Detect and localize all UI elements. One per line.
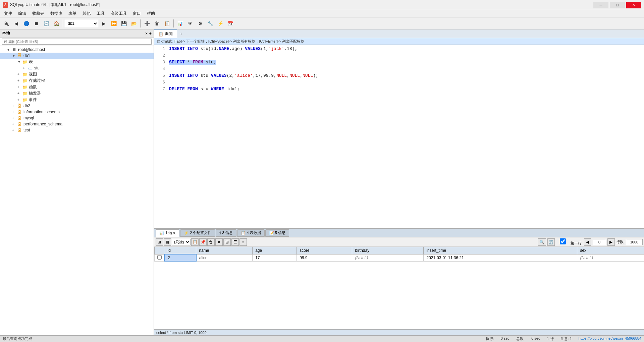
menu-item-高级工具[interactable]: 高级工具 <box>108 10 129 17</box>
tree-item-mysql[interactable]: + 🗄 mysql <box>0 115 154 121</box>
autocomplete-hint: 自动完成: [Tab]-> 下一个标签，[Ctrl+Space]-> 列出所有标… <box>154 38 644 45</box>
close-button[interactable]: ✕ <box>626 2 641 8</box>
result-tab-3[interactable]: ℹ 3 信息 <box>216 229 236 237</box>
tree-item-test[interactable]: + 🗄 test <box>0 127 154 133</box>
result-grid-btn[interactable]: ▦ <box>164 238 171 246</box>
sql-editor[interactable]: 1 INSERT INTO stu(id,NAME,age) VALUES(1,… <box>154 45 644 228</box>
cell-birthday[interactable]: (NULL) <box>352 254 424 261</box>
next-page-btn[interactable]: ▶ <box>607 238 615 246</box>
first-row-input[interactable] <box>593 239 606 245</box>
status-message: 最后查询成功完成 <box>3 336 32 341</box>
query-tab-1[interactable]: 📋 询问 <box>154 30 177 38</box>
col-header-insert-time[interactable]: insert_time <box>424 247 577 254</box>
status-right: 执行: 0 sec 总数: 0 sec 1 行 注意: 1 https://bl… <box>486 336 641 341</box>
menu-item-帮助[interactable]: 帮助 <box>144 10 158 17</box>
tree-item-views[interactable]: + 📁 视图 <box>0 71 154 77</box>
window-title: SQLyog Ultimate 64 - [本地/db1 - root@loca… <box>10 2 100 8</box>
row-checkbox[interactable] <box>157 255 162 260</box>
tree-item-procs[interactable]: + 📁 存储过程 <box>0 77 154 84</box>
toolbar-proc[interactable]: ⚙ <box>196 19 205 28</box>
prev-page-btn[interactable]: ◀ <box>584 238 591 246</box>
tree-item-events[interactable]: + 📁 事件 <box>0 97 154 103</box>
col-header-sex[interactable]: sex <box>577 247 644 254</box>
toolbar: 🔌 ◀ 🔵 ⏹ 🔄 🏠 db1 ▶ ⏩ 💾 📂 ➕ 🗑 📋 📊 👁 ⚙ 🔧 ⚡ … <box>0 17 644 30</box>
db-selector[interactable]: db1 <box>65 20 98 27</box>
result-tab-5[interactable]: 📝 5 信息 <box>265 229 289 237</box>
toolbar-forward[interactable]: 🔵 <box>21 19 31 28</box>
menu-item-窗口[interactable]: 窗口 <box>130 10 144 17</box>
cell-name[interactable]: alice <box>196 254 253 261</box>
tree-item-perf-schema[interactable]: + 🗄 performance_schema <box>0 121 154 127</box>
tree-item-db1[interactable]: ▼ 🗄 db1 <box>0 53 154 59</box>
col-header-name[interactable]: name <box>196 247 253 254</box>
tree-item-db2[interactable]: + 🗄 db2 <box>0 103 154 109</box>
tree-item-triggers[interactable]: + 📁 触发器 <box>0 90 154 97</box>
toolbar-save[interactable]: 💾 <box>119 19 128 28</box>
add-query-tab-btn[interactable]: + <box>177 31 185 37</box>
toolbar-trigger[interactable]: ⚡ <box>216 19 225 28</box>
result-clear-btn[interactable]: ✕ <box>215 238 223 246</box>
menu-item-工具[interactable]: 工具 <box>94 10 107 17</box>
result-first-btn[interactable]: ⊞ <box>156 238 163 246</box>
tree-label-db2: db2 <box>23 104 30 108</box>
menu-item-收藏夹[interactable]: 收藏夹 <box>30 10 47 17</box>
result-paste-btn[interactable]: 📌 <box>199 238 207 246</box>
filter-input[interactable] <box>2 39 152 45</box>
cell-id[interactable]: 2 <box>165 254 196 261</box>
menu-item-数据库[interactable]: 数据库 <box>48 10 65 17</box>
result-tab-2[interactable]: ⚡ 2 个配置文件 <box>180 229 215 237</box>
cell-insert-time[interactable]: 2021-03-01 11:36:21 <box>424 254 577 261</box>
result-copy-btn[interactable]: 📋 <box>191 238 199 246</box>
cell-age[interactable]: 17 <box>253 254 297 261</box>
cell-sex[interactable]: (NULL) <box>577 254 644 261</box>
toolbar-open[interactable]: 📂 <box>129 19 139 28</box>
rows-input[interactable] <box>626 239 643 245</box>
minimize-button[interactable]: ─ <box>593 2 608 8</box>
result-tab-4[interactable]: 📋 4 表数据 <box>237 229 265 237</box>
limit-checkbox[interactable] <box>556 238 570 244</box>
sidebar-close-btn[interactable]: × <box>145 31 148 36</box>
menu-item-表单[interactable]: 表单 <box>66 10 79 17</box>
refresh-btn[interactable]: 🔄 <box>547 238 555 246</box>
toolbar-new-connection[interactable]: 🔌 <box>1 19 11 28</box>
result-table-view-btn[interactable]: ⊞ <box>223 238 231 246</box>
tree-item-info-schema[interactable]: + 🗄 information_schema <box>0 109 154 115</box>
maximize-button[interactable]: □ <box>610 2 625 8</box>
cell-score[interactable]: 99.9 <box>297 254 352 261</box>
toolbar-delete[interactable]: 🗑 <box>152 19 162 28</box>
result-mode-select[interactable]: (只读) <box>172 239 191 245</box>
menu-item-文件[interactable]: 文件 <box>1 10 15 17</box>
toolbar-home[interactable]: 🏠 <box>52 19 61 28</box>
toolbar-insert[interactable]: ➕ <box>142 19 152 28</box>
filter-btn[interactable]: 🔍 <box>538 238 546 246</box>
row-checkbox-cell <box>155 254 165 261</box>
tree-item-stu[interactable]: + 🗃 stu <box>0 65 154 71</box>
toolbar-stop[interactable]: ⏹ <box>32 19 41 28</box>
toolbar-copy[interactable]: 📋 <box>162 19 172 28</box>
result-tab-1[interactable]: 📊 1 结果 <box>156 229 179 237</box>
col-header-birthday[interactable]: birthday <box>352 247 424 254</box>
col-header-score[interactable]: score <box>297 247 352 254</box>
menu-bar: 文件编辑收藏夹数据库表单其他工具高级工具窗口帮助 <box>0 10 644 17</box>
toolbar-func[interactable]: 🔧 <box>206 19 215 28</box>
toolbar-execute[interactable]: ▶ <box>99 19 108 28</box>
tree-item-tables[interactable]: ▼ 📁 表 <box>0 59 154 65</box>
col-header-age[interactable]: age <box>253 247 297 254</box>
toolbar-execute-all[interactable]: ⏩ <box>109 19 118 28</box>
result-text-view-btn[interactable]: ≡ <box>239 238 247 246</box>
menu-item-编辑[interactable]: 编辑 <box>15 10 29 17</box>
sidebar-title: 本地 <box>2 31 10 36</box>
tree-item-root[interactable]: ▼ 🖥 root@localhost <box>0 47 154 53</box>
toolbar-back[interactable]: ◀ <box>11 19 21 28</box>
toolbar-event[interactable]: 📅 <box>226 19 235 28</box>
col-header-id[interactable]: id <box>165 247 196 254</box>
result-form-view-btn[interactable]: ☰ <box>231 238 239 246</box>
toolbar-view[interactable]: 👁 <box>185 19 195 28</box>
sidebar-add-btn[interactable]: + <box>149 31 152 36</box>
toolbar-refresh[interactable]: 🔄 <box>42 19 51 28</box>
tree-item-funcs[interactable]: + 📁 函数 <box>0 84 154 90</box>
result-tab-3-icon: ℹ <box>219 231 221 235</box>
menu-item-其他[interactable]: 其他 <box>80 10 93 17</box>
toolbar-table[interactable]: 📊 <box>175 19 185 28</box>
result-delete-btn[interactable]: 🗑 <box>207 238 215 246</box>
